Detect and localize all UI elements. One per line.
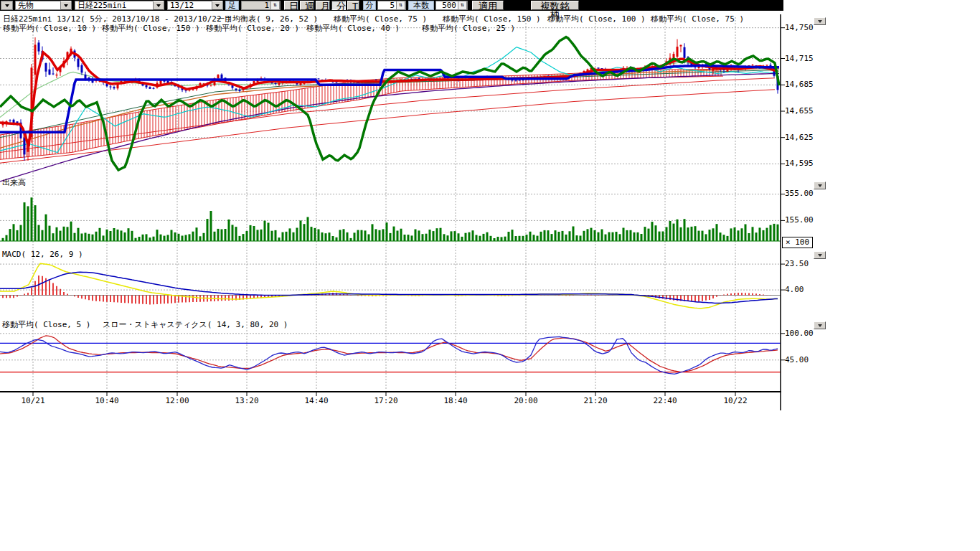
volume-multiplier-badge: × 100 bbox=[782, 237, 813, 248]
spinner-icon[interactable]: ⇅ bbox=[270, 1, 280, 10]
ashi-count-spinner[interactable]: 1 ⇅ bbox=[241, 1, 281, 10]
y-axis-tick-label: 14,655 bbox=[785, 107, 814, 116]
chevron-down-icon bbox=[818, 324, 822, 327]
panel-scale-dropdown-button[interactable] bbox=[814, 182, 826, 189]
minutes-spinner[interactable]: 5 ⇅ bbox=[377, 1, 406, 10]
y-axis-tick-label: 155.00 bbox=[785, 216, 814, 225]
chevron-down-icon bbox=[818, 20, 822, 23]
toolbar: 先物 日経225mini 13/12 足 1 ⇅ 日週月分T 分 5 ⇅ 本数 … bbox=[0, 0, 783, 11]
chart-type-dropdown-button[interactable] bbox=[1, 1, 13, 10]
minutes-label: 分 bbox=[363, 1, 376, 10]
x-axis-tick-label: 20:00 bbox=[512, 397, 540, 405]
y-axis-tick-label: 14,715 bbox=[785, 55, 814, 63]
x-axis-tick-label: 18:40 bbox=[441, 397, 470, 405]
minutes-value: 5 bbox=[378, 1, 396, 9]
x-axis-tick-label: 17:20 bbox=[372, 397, 400, 405]
x-axis-tick-label: 21:20 bbox=[581, 397, 610, 405]
chevron-down-icon bbox=[818, 184, 822, 187]
bars-label: 本数 bbox=[408, 1, 434, 10]
legend-item: 移動平均( Close, 40 ) bbox=[306, 24, 400, 33]
category-select[interactable]: 先物 bbox=[15, 1, 72, 10]
panel-scale-dropdown-button[interactable] bbox=[814, 321, 826, 329]
legend-item: 移動平均( Close, 10 ) bbox=[3, 24, 96, 33]
bars-spinner[interactable]: 500 ⇅ bbox=[435, 1, 468, 10]
legend-item: 移動平均( Close, 20 ) bbox=[206, 24, 299, 33]
panel-scale-dropdown-button[interactable] bbox=[814, 17, 826, 25]
chart-canvas bbox=[0, 0, 980, 551]
x-axis-tick-label: 10/22 bbox=[721, 397, 750, 405]
panel-label-volume: 出来高 bbox=[2, 179, 26, 187]
chevron-down-icon bbox=[5, 4, 9, 7]
x-axis-tick-label: 10/21 bbox=[19, 397, 47, 405]
y-axis-tick-label: 14,750 bbox=[785, 24, 814, 32]
contract-month-select[interactable]: 13/12 bbox=[167, 1, 223, 10]
y-axis-tick-label: 23.50 bbox=[785, 260, 809, 268]
symbol-select-value: 日経225mini bbox=[75, 1, 153, 9]
y-axis-tick-label: 45.00 bbox=[785, 356, 809, 364]
apply-button[interactable]: 適用 bbox=[472, 1, 504, 10]
spinner-icon[interactable]: ⇅ bbox=[396, 1, 405, 10]
y-axis-tick-label: 14,595 bbox=[785, 159, 814, 168]
spinner-icon[interactable]: ⇅ bbox=[458, 1, 467, 10]
legend-item: 移動平均( Close, 150 ) bbox=[443, 15, 541, 24]
period-button-3[interactable]: 月 bbox=[316, 1, 330, 10]
period-button-2[interactable]: 週 bbox=[300, 1, 314, 10]
legend-item: 移動平均( Close, 100 ) bbox=[547, 15, 646, 24]
legend-item: 一目均衡表( 9, 26, 52 ) bbox=[217, 15, 318, 24]
volume-bars bbox=[0, 197, 781, 241]
legend-item: 日経225mini 13/12( 5分, 2013/10/18 - 2013/1… bbox=[3, 15, 231, 24]
legend-item: 移動平均( Close, 75 ) bbox=[651, 15, 744, 24]
chevron-down-icon bbox=[212, 1, 222, 10]
multi-symbol-button[interactable]: 複数銘柄 bbox=[531, 1, 579, 10]
contract-select-value: 13/12 bbox=[168, 1, 212, 9]
x-axis-tick-label: 22:40 bbox=[651, 397, 679, 405]
y-axis-tick-label: 14,685 bbox=[785, 80, 814, 89]
period-button-5[interactable]: T bbox=[347, 1, 359, 10]
chevron-down-icon bbox=[153, 1, 164, 10]
x-axis-tick-label: 13:20 bbox=[232, 397, 261, 405]
x-axis-tick-label: 10:40 bbox=[93, 397, 121, 405]
category-select-value: 先物 bbox=[16, 1, 60, 9]
panel-label-stochastics: スロー・ストキャスティクス( 14, 3, 80, 20 ) bbox=[103, 321, 288, 329]
chevron-down-icon bbox=[818, 254, 822, 257]
app-window: 先物 日経225mini 13/12 足 1 ⇅ 日週月分T 分 5 ⇅ 本数 … bbox=[0, 0, 980, 551]
panel-label-stoch-ma: 移動平均( Close, 5 ) bbox=[2, 321, 90, 329]
chevron-down-icon bbox=[60, 1, 71, 10]
panel-label-macd: MACD( 12, 26, 9 ) bbox=[2, 250, 83, 259]
period-button-4[interactable]: 分 bbox=[331, 1, 346, 10]
y-axis-tick-label: 4.00 bbox=[785, 286, 804, 294]
panel-scale-dropdown-button[interactable] bbox=[814, 251, 826, 259]
y-axis-tick-label: 100.00 bbox=[785, 329, 814, 338]
y-axis-tick-label: 14,625 bbox=[785, 133, 814, 142]
ashi-count-value: 1 bbox=[242, 1, 270, 9]
period-button-1[interactable]: 日 bbox=[284, 1, 298, 10]
x-axis-tick-label: 14:40 bbox=[302, 397, 331, 405]
x-axis-tick-label: 12:00 bbox=[163, 397, 192, 405]
legend-item: 移動平均( Close, 150 ) bbox=[102, 24, 200, 33]
legend-item: 移動平均( Close, 25 ) bbox=[422, 24, 515, 33]
bars-value: 500 bbox=[436, 1, 458, 9]
symbol-select[interactable]: 日経225mini bbox=[75, 1, 164, 10]
legend-item: 移動平均( Close, 75 ) bbox=[334, 15, 427, 24]
y-axis-tick-label: 355.00 bbox=[785, 189, 814, 198]
ashi-label: 足 bbox=[225, 1, 239, 10]
